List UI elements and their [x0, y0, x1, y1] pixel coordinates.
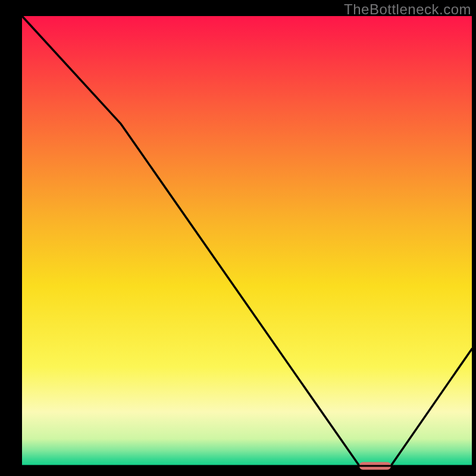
plot-background	[22, 16, 472, 466]
bottleneck-chart	[0, 0, 476, 476]
chart-container: TheBottleneck.com	[0, 0, 476, 476]
watermark-text: TheBottleneck.com	[344, 1, 471, 18]
